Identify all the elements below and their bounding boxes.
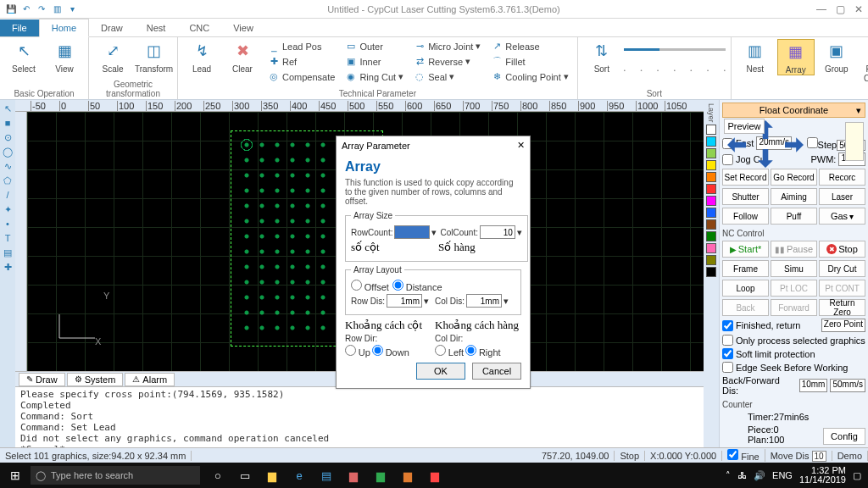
tool-6-icon[interactable]: ⬠ bbox=[2, 175, 14, 187]
tab-draw-log[interactable]: ✎ Draw bbox=[19, 373, 65, 386]
rowcount-input[interactable] bbox=[394, 225, 430, 239]
sort-button[interactable]: ⇅Sort bbox=[583, 39, 620, 74]
release-button[interactable]: ↗Release bbox=[487, 39, 571, 53]
stop-button[interactable]: ✖ Stop bbox=[819, 241, 865, 258]
qa-redo-icon[interactable]: ↷ bbox=[36, 3, 47, 15]
clear-button[interactable]: ✖Clear bbox=[224, 39, 261, 74]
layer-swatch[interactable] bbox=[706, 136, 716, 147]
tool-2-icon[interactable]: ■ bbox=[2, 118, 14, 130]
shutter-button[interactable]: Shutter bbox=[722, 188, 769, 205]
left-radio[interactable] bbox=[435, 345, 446, 356]
layer-swatch[interactable] bbox=[706, 160, 716, 170]
drycut-button[interactable]: Dry Cut bbox=[819, 260, 865, 277]
tab-view[interactable]: View bbox=[221, 19, 265, 36]
layer-swatch[interactable] bbox=[706, 219, 716, 230]
maximize-icon[interactable]: ▢ bbox=[836, 3, 845, 15]
flying-button[interactable]: ✈Flying Cutting bbox=[859, 39, 868, 83]
offset-radio[interactable] bbox=[351, 280, 362, 291]
tool-1-icon[interactable]: ↖ bbox=[2, 103, 14, 115]
gorecord-button[interactable]: Go Record bbox=[771, 169, 817, 186]
task-app4-icon[interactable]: ▆ bbox=[395, 465, 420, 485]
layer-swatch[interactable] bbox=[706, 208, 716, 218]
lead-button[interactable]: ↯Lead bbox=[183, 39, 220, 74]
task-app2-icon[interactable]: ▆ bbox=[341, 465, 366, 485]
setrecord-button[interactable]: Set Record bbox=[722, 169, 769, 186]
coldis-input[interactable] bbox=[466, 294, 502, 308]
colcount-input[interactable] bbox=[480, 225, 515, 239]
layer-swatch[interactable] bbox=[706, 172, 716, 182]
ref-button[interactable]: ✚Ref bbox=[264, 54, 338, 69]
bfd-speed[interactable]: 50mm/s bbox=[830, 379, 865, 392]
aiming-button[interactable]: Aiming bbox=[771, 188, 817, 205]
tray-notif-icon[interactable]: ▢ bbox=[853, 470, 861, 481]
qa-open-icon[interactable]: ▥ bbox=[51, 3, 63, 15]
layer-swatch[interactable] bbox=[706, 267, 716, 277]
returnzero-button[interactable]: Return Zero bbox=[819, 299, 865, 316]
task-app3-icon[interactable]: ▆ bbox=[368, 465, 393, 485]
task-app5-icon[interactable]: ▆ bbox=[422, 465, 448, 485]
laser-button[interactable]: Laser bbox=[819, 188, 865, 205]
start-button[interactable]: ▶ Start* bbox=[722, 241, 769, 258]
distance-radio[interactable] bbox=[392, 280, 403, 291]
fillet-button[interactable]: ⌒Fillet bbox=[487, 54, 571, 69]
tab-home[interactable]: Home bbox=[39, 19, 89, 37]
puff-button[interactable]: Puff bbox=[771, 208, 817, 225]
layer-swatch[interactable] bbox=[706, 243, 716, 253]
tray-net-icon[interactable]: 🖧 bbox=[737, 470, 747, 480]
down-radio[interactable] bbox=[372, 345, 383, 356]
group-button[interactable]: ▣Group bbox=[818, 39, 855, 74]
dialog-close-icon[interactable]: ✕ bbox=[517, 140, 525, 151]
tool-3-icon[interactable]: ⊙ bbox=[2, 132, 14, 144]
jogcut-check[interactable] bbox=[722, 154, 733, 165]
pause-button[interactable]: ▮▮ Pause bbox=[771, 241, 817, 258]
layer-swatch[interactable] bbox=[706, 196, 716, 206]
select-button[interactable]: ↖Select bbox=[5, 39, 42, 74]
leadpos-button[interactable]: ⎯Lead Pos bbox=[264, 39, 338, 53]
gas-button[interactable]: Gas ▾ bbox=[819, 208, 865, 225]
tool-12-icon[interactable]: ✚ bbox=[2, 262, 14, 274]
back-button[interactable]: Back bbox=[722, 299, 769, 316]
step-check[interactable] bbox=[807, 137, 818, 148]
task-edge-icon[interactable]: e bbox=[287, 465, 312, 485]
scale-button[interactable]: ⤢Scale bbox=[94, 39, 131, 74]
close-icon[interactable]: ✕ bbox=[854, 3, 863, 15]
reverse-button[interactable]: ⇄Reverse ▾ bbox=[410, 54, 484, 69]
tool-4-icon[interactable]: ◯ bbox=[2, 147, 14, 158]
tool-9-icon[interactable]: • bbox=[2, 219, 14, 230]
tab-nest[interactable]: Nest bbox=[135, 19, 178, 36]
recorc-button[interactable]: Recorc bbox=[819, 169, 865, 186]
ok-button[interactable]: OK bbox=[416, 363, 465, 380]
tab-cnc[interactable]: CNC bbox=[177, 19, 221, 36]
tool-7-icon[interactable]: / bbox=[2, 190, 14, 202]
view-button[interactable]: ▦View bbox=[46, 39, 83, 74]
onlysel-check[interactable] bbox=[722, 335, 733, 346]
layer-swatch[interactable] bbox=[706, 148, 716, 158]
qa-save-icon[interactable]: 💾 bbox=[5, 3, 17, 15]
config-button[interactable]: Config bbox=[823, 428, 865, 445]
tab-system-log[interactable]: ⚙ System bbox=[67, 373, 124, 386]
ptcont-button[interactable]: Pt CONT bbox=[819, 280, 865, 297]
compensate-button[interactable]: ◎Compensate bbox=[264, 69, 338, 84]
ringcut-button[interactable]: ◉Ring Cut ▾ bbox=[342, 69, 407, 84]
layer-swatch[interactable] bbox=[706, 125, 716, 135]
edgeseek-check[interactable] bbox=[722, 362, 733, 373]
task-explorer-icon[interactable]: ▆ bbox=[259, 465, 285, 485]
task-taskview-icon[interactable]: ▭ bbox=[232, 465, 258, 485]
cancel-button[interactable]: Cancel bbox=[472, 363, 521, 380]
task-cortana-icon[interactable]: ○ bbox=[205, 465, 231, 485]
tray-lang[interactable]: ENG bbox=[772, 470, 793, 480]
task-app1-icon[interactable]: ▤ bbox=[314, 465, 339, 485]
tray-vol-icon[interactable]: 🔊 bbox=[754, 470, 765, 481]
layer-swatch[interactable] bbox=[706, 184, 716, 194]
tab-draw[interactable]: Draw bbox=[89, 19, 135, 36]
zeropoint-select[interactable]: Zero Point bbox=[821, 319, 865, 332]
minimize-icon[interactable]: — bbox=[816, 3, 826, 15]
preview-button[interactable]: Preview bbox=[724, 119, 765, 134]
layer-swatch[interactable] bbox=[706, 231, 716, 241]
tab-file[interactable]: File bbox=[0, 19, 39, 36]
frame-button[interactable]: Frame bbox=[722, 260, 769, 277]
array-button[interactable]: ▦Array bbox=[777, 39, 815, 75]
microjoint-button[interactable]: ⊸Micro Joint ▾ bbox=[410, 39, 484, 53]
inner-button[interactable]: ▣Inner bbox=[342, 54, 407, 69]
tray-up-icon[interactable]: ˄ bbox=[726, 470, 731, 481]
